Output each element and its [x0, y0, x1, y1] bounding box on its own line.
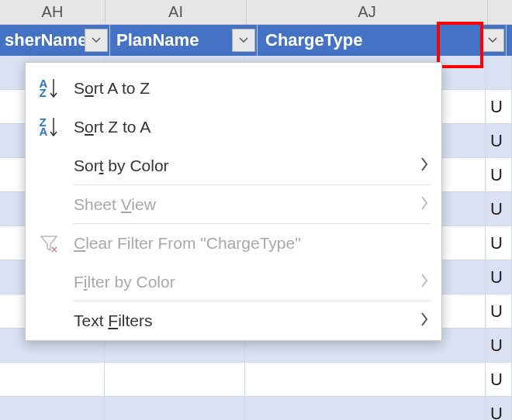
- chevron-down-icon: [488, 37, 497, 43]
- header-label: sherName: [5, 30, 87, 50]
- header-cell-next[interactable]: F: [507, 25, 512, 56]
- col-letter-ai[interactable]: AI: [106, 0, 247, 25]
- table-row[interactable]: U: [0, 363, 512, 397]
- col-letter-aj[interactable]: AJ: [247, 0, 488, 25]
- chevron-right-icon: [420, 273, 429, 292]
- header-label: ChargeType: [265, 30, 363, 50]
- cell[interactable]: U: [486, 329, 512, 363]
- filter-button-planname[interactable]: [232, 29, 255, 52]
- cell[interactable]: [486, 56, 512, 90]
- cell[interactable]: U: [486, 158, 512, 192]
- chevron-right-icon: [420, 195, 429, 215]
- chevron-right-icon: [420, 312, 429, 331]
- menu-sort-by-color[interactable]: Sort by Color: [26, 146, 441, 185]
- cell[interactable]: U: [486, 260, 512, 294]
- cell[interactable]: U: [486, 294, 512, 329]
- cell[interactable]: [105, 363, 245, 397]
- clear-filter-icon: [33, 233, 64, 253]
- cell[interactable]: U: [486, 226, 512, 260]
- cell[interactable]: [105, 397, 245, 420]
- sort-az-icon: AZ: [33, 77, 64, 99]
- menu-sort-za[interactable]: ZA Sort Z to A: [26, 108, 441, 146]
- table-header-row: sherName PlanName ChargeType F: [0, 25, 512, 56]
- menu-label: Sheet View: [74, 195, 156, 214]
- table-row[interactable]: U: [0, 397, 512, 420]
- cell[interactable]: U: [486, 397, 512, 420]
- cell[interactable]: U: [486, 363, 512, 397]
- menu-label: Filter by Color: [74, 273, 175, 291]
- cell[interactable]: [0, 363, 105, 397]
- cell[interactable]: [0, 397, 105, 420]
- chevron-down-icon: [239, 37, 248, 43]
- menu-label: Sort by Color: [74, 157, 169, 175]
- menu-label: Sort Z to A: [74, 118, 150, 136]
- header-label: PlanName: [116, 30, 199, 50]
- filter-button-chargetype[interactable]: [481, 29, 504, 52]
- col-letter-ak[interactable]: [488, 0, 512, 25]
- header-cell-shername[interactable]: sherName: [0, 25, 110, 56]
- header-cell-chargetype[interactable]: ChargeType: [258, 25, 507, 56]
- cell[interactable]: U: [486, 192, 512, 226]
- filter-button-shername[interactable]: [85, 29, 108, 52]
- header-cell-planname[interactable]: PlanName: [110, 25, 258, 56]
- menu-label: Clear Filter From "ChargeType": [74, 234, 301, 253]
- chevron-right-icon: [420, 157, 429, 176]
- menu-clear-filter: Clear Filter From "ChargeType": [26, 224, 441, 263]
- menu-filter-by-color: Filter by Color: [26, 263, 441, 301]
- sort-za-icon: ZA: [33, 116, 64, 138]
- cell[interactable]: U: [486, 90, 512, 124]
- cell[interactable]: [245, 397, 486, 420]
- cell[interactable]: U: [486, 124, 512, 158]
- chevron-down-icon: [92, 37, 101, 43]
- menu-sort-az[interactable]: AZ Sort A to Z: [26, 69, 441, 108]
- menu-label: Text Filters: [74, 312, 153, 330]
- menu-sheet-view: Sheet View: [26, 185, 441, 224]
- cell[interactable]: [245, 363, 486, 397]
- filter-dropdown-menu: AZ Sort A to Z ZA Sort Z to A Sort by Co…: [25, 62, 442, 341]
- menu-label: Sort A to Z: [74, 79, 150, 98]
- col-letter-ah[interactable]: AH: [0, 0, 106, 25]
- menu-text-filters[interactable]: Text Filters: [26, 301, 441, 340]
- column-letter-row: AH AI AJ: [0, 0, 512, 25]
